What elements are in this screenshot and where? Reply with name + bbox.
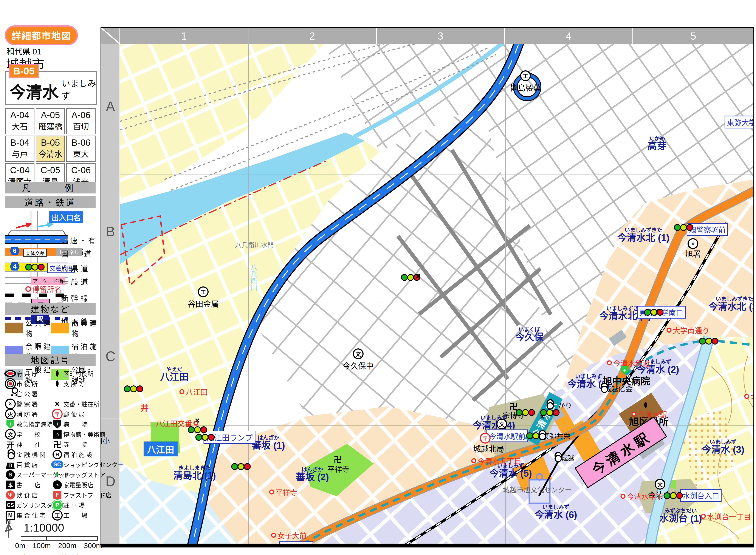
intersection-label: 今清水駅前 [487, 430, 528, 442]
facility-label: 城越北局 [473, 443, 504, 454]
traffic-signal-icon [700, 338, 719, 345]
shopping-center-icon: SC [51, 461, 63, 468]
map-tile-A-04[interactable]: A-04大石 [5, 108, 35, 134]
map-canvas: 12345 ABCD たかめ高芽いましみずきた今清水北 (1)いましみずきた今清… [100, 27, 754, 548]
bus-stop-label: 女子大前 [271, 530, 307, 541]
traffic-signal-icon [26, 264, 45, 270]
map-sheet-page: { "header":{ "series_label":"詳細都市地図", "p… [0, 0, 756, 555]
district-label: いましみず今清水 (6) [535, 504, 577, 520]
symbol-legend-item: 支 所 等 [51, 379, 98, 388]
well-mark-icon: 井 [140, 408, 149, 412]
grade-separation-label: 立体交差 [23, 249, 47, 257]
symbol-legend-item: +病 院 [51, 420, 98, 429]
sheet-code-badge: B-05 [9, 64, 39, 78]
symbol-legend-item: ×交番・駐在所 [51, 400, 98, 408]
koban-icon: × [540, 416, 545, 420]
legend-roads-title: 道路・鉄道 [5, 196, 95, 208]
bus-stop-label: 平祥寺 [269, 487, 297, 497]
facility-label: 平祥寺 [327, 464, 349, 474]
sidebar: 詳細都市地図 和代県 01 城越市 B-05 今清水 いましみず A-04大石A… [0, 0, 100, 555]
legend-entrance-label: 出入口名 [49, 211, 83, 223]
bank-icon [546, 406, 552, 410]
route-badge-icon: 6 [10, 247, 19, 255]
symbol-legend-item: 金 融 機 関 [4, 449, 51, 460]
column-header-2: 2 [248, 28, 376, 44]
bus-stop-label: 今清水駅 [632, 409, 667, 419]
symbol-legend-item: 区町村役所 [51, 369, 98, 378]
column-header-3: 3 [377, 28, 504, 44]
district-label: たかめ高芽 [647, 136, 666, 151]
school-icon: 文 [353, 353, 364, 357]
symbol-legend-item: Sスーパーマーケット [4, 470, 51, 479]
temple-icon: 卍 [53, 440, 61, 449]
scale-tick: 300m [84, 542, 102, 550]
scale-tick: 100m [33, 542, 51, 550]
symbol-legend-item: 〒郵 便 局 [51, 409, 98, 419]
symbol-legend-item: 开神 社 [4, 439, 51, 450]
map-tile-B-06[interactable]: B-06東大 [66, 136, 95, 162]
fire-station-icon: 火 [5, 409, 16, 419]
bus-stop-ring-icon [632, 412, 636, 417]
legend-title: 凡 例 [5, 182, 95, 194]
traffic-signal-icon [196, 434, 215, 441]
ward-office-icon [644, 402, 647, 408]
bank-icon [539, 437, 545, 440]
adjacent-sheet-grid: A-04大石A-05雁窪橋A-06百切B-04与戸B-05今清水B-06東大C-… [5, 108, 95, 189]
bus-stop-ring-icon [621, 494, 626, 499]
facility-label: 八兵衛川水門 [235, 240, 274, 249]
north-arrow-icon: N [4, 518, 16, 539]
post-office-icon: 〒 [52, 409, 62, 419]
bus-stop-ring-icon [471, 458, 476, 463]
factory-icon: 工 [520, 75, 531, 79]
bus-stop-ring-icon [269, 489, 274, 495]
map-tile-B-04[interactable]: B-04与戸 [5, 136, 35, 162]
district-label: みずぶちだい水渕台 (1) [659, 508, 702, 523]
sheet-ruby: いましみず [61, 77, 96, 101]
prefectural-road-graphic: 4 交差点名 [5, 262, 68, 271]
symbol-legend-item: 本書 店 [4, 480, 51, 489]
bank-icon [554, 459, 560, 463]
scale-bar [21, 536, 98, 541]
symbol-legend-item: ⌁家電量販店 [51, 480, 98, 489]
intersection-label: 東弥大学前 [724, 116, 754, 128]
drugstore-icon: + [54, 470, 60, 479]
entrance-label: 八江田 [143, 441, 178, 457]
koban-icon: × [195, 420, 200, 424]
map-tile-A-06[interactable]: A-06百切 [66, 108, 95, 134]
traffic-signal-icon [516, 409, 535, 416]
traffic-signal-icon [645, 309, 664, 316]
row-header-C: C [101, 294, 120, 419]
district-label: いましみずきた今清水北 (3) [708, 296, 754, 312]
symbol-legend-item: 卍寺 院 [51, 440, 98, 449]
national-road-graphic: 6 立体交差 トンネル [5, 248, 68, 256]
police-station-icon: × [687, 243, 698, 246]
map-tile-A-05[interactable]: A-05雁窪橋 [36, 108, 65, 134]
department-store-icon: D [6, 460, 15, 469]
symbol-legend-item: Ψ飲 食 店 [4, 490, 51, 500]
fast-food-icon: F [53, 491, 61, 499]
facility-label: 東弥共栄 [542, 431, 571, 441]
symbol-legend-item: 官 公 署 [4, 389, 51, 398]
facility-label: 皆島製菓 [510, 82, 541, 93]
symbol-legend-grid: 府 県 庁区町村役所市 役 所支 所 等官 公 署×警 察 署×交番・駐在所火消… [4, 369, 98, 520]
river-name-label: 八兵衛川 [248, 264, 258, 291]
legend-buildings-title: 建物など [5, 303, 95, 314]
symbol-legend-item: H宿 泊 施 設 [51, 450, 98, 459]
bus-stop-graphic: 停留所名 [26, 284, 61, 294]
temple-icon: 卍 [509, 407, 518, 410]
map-tile-B-05[interactable]: B-05今清水 [36, 136, 65, 162]
traffic-signal-icon [188, 426, 207, 433]
bus-stop-ring-icon [607, 360, 612, 366]
bookstore-icon: 本 [6, 480, 15, 489]
facility-label: 今久保中 [343, 360, 374, 371]
row-header-A: A [101, 44, 120, 169]
column-header-1: 1 [120, 28, 248, 44]
pref-capitol-icon [4, 370, 16, 377]
scale-ticks: 0m100m200m300m [15, 542, 102, 550]
district-label: きよしまきた清島北 (1) [173, 465, 216, 480]
post-office-icon: 〒 [480, 437, 491, 441]
revision-date: 2024年9月5日最終改訂 [6, 552, 84, 555]
symbol-legend-item: +救急指定病院 [4, 420, 51, 429]
facility-label: 谷田金属 [188, 298, 219, 309]
scale-ratio: 1:10000 [24, 521, 64, 534]
